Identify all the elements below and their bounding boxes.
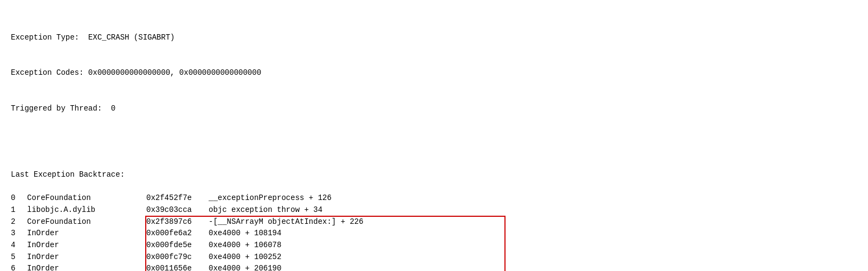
backtrace-row: 5InOrder0x000fc79c0xe4000 + 100252 (11, 251, 504, 263)
row-number: 1 (11, 204, 27, 216)
row-library: CoreFoundation (27, 216, 146, 228)
row-library: InOrder (27, 251, 146, 263)
backtrace-row: 1libobjc.A.dylib0x39c03ccaobjc exception… (11, 204, 504, 216)
backtrace-row: 4InOrder0x000fde5e0xe4000 + 106078 (11, 240, 504, 251)
row-address: 0x39c03cca (146, 204, 209, 216)
backtrace-container: 0CoreFoundation0x2f452f7e__exceptionPrep… (11, 192, 504, 271)
row-detail: 0xe4000 + 108194 (209, 228, 504, 240)
crash-report: Exception Type: EXC_CRASH (SIGABRT) Exce… (11, 9, 857, 192)
exception-codes-line: Exception Codes: 0x0000000000000000, 0x0… (11, 67, 857, 79)
row-detail: -[__NSArrayM objectAtIndex:] + 226 (209, 216, 504, 228)
row-address: 0x2f452f7e (146, 192, 209, 204)
row-library: InOrder (27, 228, 146, 240)
row-number: 2 (11, 216, 27, 228)
row-address: 0x000fc79c (146, 251, 209, 263)
row-number: 4 (11, 240, 27, 251)
row-library: libobjc.A.dylib (27, 204, 146, 216)
row-number: 6 (11, 263, 27, 271)
triggered-by-line: Triggered by Thread: 0 (11, 103, 857, 115)
backtrace-row: 6InOrder0x0011656e0xe4000 + 206190 (11, 263, 504, 271)
row-number: 0 (11, 192, 27, 204)
row-address: 0x000fde5e (146, 240, 209, 251)
row-library: CoreFoundation (27, 192, 146, 204)
row-detail: __exceptionPreprocess + 126 (209, 192, 504, 204)
row-library: InOrder (27, 263, 146, 271)
backtrace-label: Last Exception Backtrace: (11, 169, 857, 181)
row-number: 5 (11, 251, 27, 263)
backtrace-row: 0CoreFoundation0x2f452f7e__exceptionPrep… (11, 192, 504, 204)
row-number: 3 (11, 228, 27, 240)
row-detail: 0xe4000 + 206190 (209, 263, 504, 271)
row-detail: 0xe4000 + 100252 (209, 251, 504, 263)
row-address: 0x2f3897c6 (146, 216, 209, 228)
row-address: 0x0011656e (146, 263, 209, 271)
row-address: 0x000fe6a2 (146, 228, 209, 240)
exception-type-line: Exception Type: EXC_CRASH (SIGABRT) (11, 32, 857, 44)
row-library: InOrder (27, 240, 146, 251)
backtrace-row: 3InOrder0x000fe6a20xe4000 + 108194 (11, 228, 504, 240)
backtrace-row: 2CoreFoundation0x2f3897c6-[__NSArrayM ob… (11, 216, 504, 228)
row-detail: objc exception throw + 34 (209, 204, 504, 216)
row-detail: 0xe4000 + 106078 (209, 240, 504, 251)
